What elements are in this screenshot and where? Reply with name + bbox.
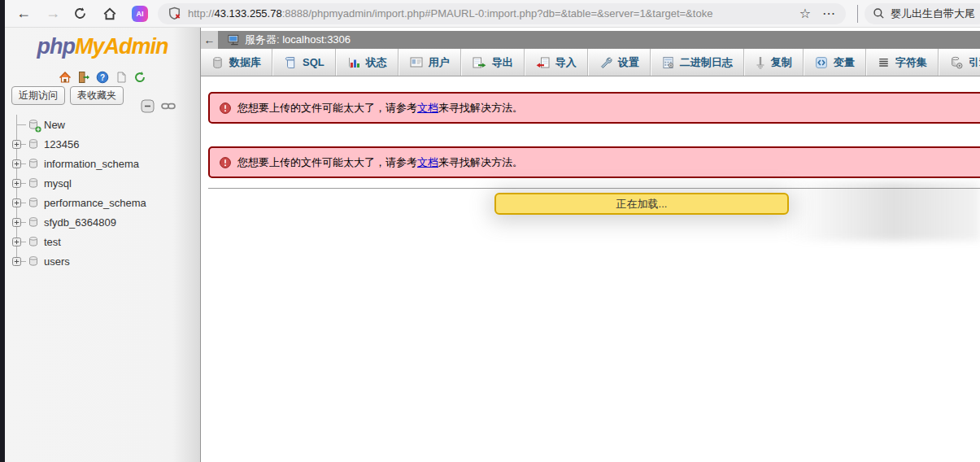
error-icon <box>220 102 231 114</box>
url-text: http://43.133.255.78:8888/phpmyadmin/imp… <box>188 7 791 20</box>
error-icon <box>220 157 231 168</box>
database-icon <box>28 158 39 169</box>
reload-icon[interactable] <box>133 71 146 84</box>
tab-variables[interactable]: 变量 <box>804 49 866 76</box>
svg-text:?: ? <box>100 73 105 82</box>
tree-item-performance-schema[interactable]: performance_schema <box>11 193 200 212</box>
import-icon <box>536 56 550 69</box>
server-icon <box>228 34 240 46</box>
tree-item-users[interactable]: users <box>11 251 200 271</box>
tab-users[interactable]: 用户 <box>399 49 461 76</box>
new-database-plus-icon <box>35 126 41 133</box>
database-icon <box>28 177 39 189</box>
database-tree: New123456information_schemamysqlperforma… <box>11 115 200 462</box>
database-icon <box>28 197 39 208</box>
tab-replication[interactable]: 复制 <box>744 49 804 76</box>
database-icon <box>28 119 39 130</box>
database-icon <box>28 138 39 150</box>
sql-icon <box>284 56 297 69</box>
expand-icon[interactable] <box>12 198 21 207</box>
tab-import[interactable]: 导入 <box>525 49 588 76</box>
documentation-link[interactable]: 文档 <box>417 156 438 168</box>
search-query: 婴儿出生自带大尾 <box>891 7 975 21</box>
collapse-all-icon[interactable] <box>141 99 155 113</box>
tree-item-123456[interactable]: 123456 <box>11 134 200 154</box>
tab-sql[interactable]: SQL <box>272 49 336 76</box>
status-chart-icon <box>347 56 360 69</box>
home-icon[interactable] <box>59 71 72 84</box>
expand-icon[interactable] <box>12 218 21 227</box>
recent-tables-button[interactable]: 近期访问 <box>11 86 65 105</box>
forward-arrow-icon[interactable]: → <box>44 5 62 22</box>
engines-icon <box>950 56 963 69</box>
browser-toolbar: ← → AI http://43.133.255.78:8888/phpmyad… <box>5 0 980 28</box>
database-icon <box>211 56 224 69</box>
tab-settings[interactable]: 设置 <box>588 49 651 76</box>
search-box[interactable]: 婴儿出生自带大尾 <box>865 3 980 24</box>
back-arrow-icon[interactable]: ← <box>15 5 33 22</box>
warning-banner: 您想要上传的文件可能太大了，请参考文档来寻找解决方法。 <box>208 92 980 124</box>
expand-icon[interactable] <box>12 159 21 168</box>
expand-icon[interactable] <box>12 257 21 266</box>
address-bar[interactable]: http://43.133.255.78:8888/phpmyadmin/imp… <box>158 3 846 24</box>
tab-binary-log[interactable]: 二进制日志 <box>651 49 744 76</box>
docs-icon[interactable] <box>115 71 128 84</box>
warning-banner: 您想要上传的文件可能太大了，请参考文档来寻找解决方法。 <box>208 146 980 178</box>
documentation-link[interactable]: 文档 <box>417 102 438 114</box>
search-icon <box>873 7 885 20</box>
favorite-tables-button[interactable]: 表收藏夹 <box>70 86 124 105</box>
refresh-icon[interactable] <box>73 7 91 20</box>
tree-item-test[interactable]: test <box>11 232 200 251</box>
loading-haze <box>786 182 980 241</box>
unlink-icon[interactable] <box>161 102 176 111</box>
variables-icon <box>815 56 828 69</box>
wrench-icon <box>599 56 612 69</box>
database-icon <box>28 236 39 247</box>
users-icon <box>410 57 423 68</box>
export-icon <box>473 56 486 69</box>
navigation-sidebar: phpMyAdmin ? 近期访问 表收藏夹 New123456infor <box>5 28 201 462</box>
sidebar-icon-row: ? <box>5 71 200 84</box>
site-shield-error-icon[interactable] <box>168 7 181 20</box>
loading-text: 正在加载... <box>616 197 668 211</box>
server-breadcrumb-bar: ← 服务器: localhost:3306 <box>201 31 980 49</box>
window-edge <box>0 0 5 462</box>
tab-status[interactable]: 状态 <box>336 49 399 76</box>
bookmark-star-icon[interactable]: ☆ <box>799 6 811 21</box>
tree-item-sfydb-6364809[interactable]: sfydb_6364809 <box>11 212 200 232</box>
expand-icon[interactable] <box>12 179 21 188</box>
more-options-icon[interactable]: ⋯ <box>822 6 836 21</box>
tab-engines[interactable]: 引擎 <box>939 49 980 76</box>
sidebar-quick-buttons: 近期访问 表收藏夹 <box>11 86 124 105</box>
tree-item-mysql[interactable]: mysql <box>11 173 200 193</box>
ai-extension-icon[interactable]: AI <box>132 6 148 22</box>
content-separator <box>208 188 980 189</box>
tree-item-new[interactable]: New <box>11 115 200 134</box>
home-icon[interactable] <box>102 7 120 21</box>
toggle-navigation-icon[interactable]: ← <box>201 31 218 49</box>
tab-charsets[interactable]: 字符集 <box>866 49 939 76</box>
tree-item-information-schema[interactable]: information_schema <box>11 154 200 173</box>
tree-controls <box>141 99 176 113</box>
logout-icon[interactable] <box>77 71 90 84</box>
tab-bar: 数据库SQL状态用户导出导入设置二进制日志复制变量字符集引擎 <box>201 49 980 76</box>
main-panel: ← 服务器: localhost:3306 数据库SQL状态用户导出导入设置二进… <box>201 28 980 462</box>
expand-icon[interactable] <box>12 140 21 149</box>
tab-export[interactable]: 导出 <box>461 49 525 76</box>
binary-log-icon <box>662 56 674 69</box>
tab-databases[interactable]: 数据库 <box>201 49 272 76</box>
server-title: 服务器: localhost:3306 <box>245 33 351 47</box>
phpmyadmin-logo[interactable]: phpMyAdmin <box>5 34 200 59</box>
database-icon <box>28 216 39 228</box>
database-icon <box>28 255 39 267</box>
help-icon[interactable]: ? <box>96 71 109 84</box>
window-divider <box>857 5 858 23</box>
replication-icon <box>756 56 765 69</box>
expand-icon[interactable] <box>12 238 21 246</box>
loading-indicator: 正在加载... <box>494 193 789 215</box>
charsets-icon <box>878 57 890 68</box>
